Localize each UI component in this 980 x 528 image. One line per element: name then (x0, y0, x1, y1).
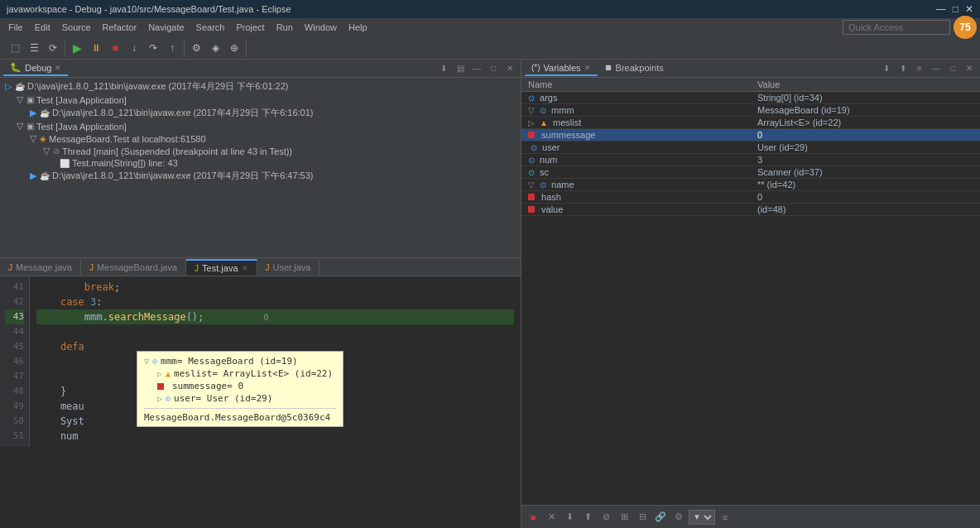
tooltip-arrow-meslist[interactable]: ▷ (157, 369, 162, 378)
ln-51: 51 (5, 429, 24, 444)
menu-window[interactable]: Window (300, 21, 342, 34)
tab-messageboard-java[interactable]: J MessageBoard.java (81, 259, 186, 276)
menu-help[interactable]: Help (343, 21, 372, 34)
debug-btn-step-over[interactable]: ↷ (144, 39, 162, 57)
tooltip-item-summessage[interactable]: summessage= 0 (144, 380, 336, 392)
title-bar: javaworkspace - Debug - java10/src/Messa… (0, 0, 980, 18)
debug-item-test2[interactable]: ▽ ▣ Test [Java Application] (3, 120, 517, 132)
table-row[interactable]: ⊙ num 3 (521, 154, 980, 166)
debug-panel-header: 🐛 Debug ✕ ⬇ ▤ — □ ✕ (0, 60, 521, 78)
editor-content[interactable]: 41 42 43 44 45 46 47 48 49 50 51 break (0, 276, 521, 528)
debug-item-javaw1[interactable]: ▷ ☕ D:\java\jre1.8.0_121\bin\javaw.exe (… (3, 79, 517, 94)
bp-btn-export[interactable]: ⬆ (579, 509, 596, 526)
debug-action-2[interactable]: ▤ (453, 61, 468, 76)
debug-item-javaw2[interactable]: ▶ ☕ D:\java\jre1.8.0_121\bin\javaw.exe (… (3, 106, 517, 120)
minimize-button[interactable]: — (936, 3, 946, 15)
ln-45: 45 (5, 339, 24, 354)
table-row[interactable]: summessage 0 (521, 129, 980, 142)
quick-access-input[interactable] (843, 20, 950, 35)
vars-action-collapse[interactable]: ≡ (912, 61, 927, 76)
line-numbers: 41 42 43 44 45 46 47 48 49 50 51 (0, 276, 30, 447)
tab-variables[interactable]: (*) Variables ✕ (525, 61, 598, 76)
toolbar-btn-1[interactable]: ⬚ (6, 39, 24, 57)
bp-btn-expand[interactable]: ⊞ (616, 509, 632, 526)
tab-breakpoints[interactable]: ⏹ Breakpoints (598, 61, 670, 76)
table-row[interactable]: ▽ ⊙ name ** (id=42) (521, 179, 980, 191)
debug-item-stack[interactable]: ⬜ Test.main(String[]) line: 43 (3, 157, 517, 169)
debug-action-minimize[interactable]: — (469, 61, 484, 76)
tooltip-arrow-mmm[interactable]: ▽ (144, 357, 149, 366)
table-row[interactable]: ⊙ user User (id=29) (521, 142, 980, 154)
code-line-42: case 3: (36, 295, 514, 310)
bp-view-toggle[interactable]: ≡ (717, 509, 733, 526)
vars-action-maximize[interactable]: □ (945, 61, 960, 76)
vars-action-close[interactable]: ✕ (962, 61, 977, 76)
table-row[interactable]: ▷ ▲ meslist ArrayList<E> (id=22) (521, 117, 980, 129)
menu-refactor[interactable]: Refactor (98, 21, 142, 34)
debug-item-thread[interactable]: ▽ ⊘ Thread [main] (Suspended (breakpoint… (3, 145, 517, 157)
menu-file[interactable]: File (3, 21, 28, 34)
bp-btn-skip[interactable]: ⊘ (598, 509, 614, 526)
bp-btn-collapse[interactable]: ⊟ (634, 509, 651, 526)
tooltip-item-user[interactable]: ▷ ⊙ user= User (id=29) (144, 392, 336, 405)
menu-project[interactable]: Project (231, 21, 269, 34)
expand-icon-meslist[interactable]: ▷ (528, 118, 535, 127)
vars-action-2[interactable]: ⬆ (896, 61, 910, 76)
table-row[interactable]: ⊙ args String[0] (id=34) (521, 92, 980, 104)
debug-action-maximize[interactable]: □ (486, 61, 501, 76)
table-row[interactable]: hash 0 (521, 191, 980, 204)
menu-run[interactable]: Run (271, 21, 298, 34)
menu-source[interactable]: Source (57, 21, 96, 34)
tooltip-console-area: MessageBoard.MessageBoard@5c0369c4 (144, 408, 336, 423)
debug-action-1[interactable]: ⬇ (436, 61, 451, 76)
debug-action-close[interactable]: ✕ (502, 61, 517, 76)
debug-item-test1[interactable]: ▽ ▣ Test [Java Application] (3, 94, 517, 106)
menu-search[interactable]: Search (191, 21, 230, 34)
table-row[interactable]: ⊙ sc Scanner (id=37) (521, 166, 980, 179)
tab-debug[interactable]: 🐛 Debug ✕ (3, 60, 68, 76)
toolbar-btn-misc-1[interactable]: ⚙ (187, 39, 205, 57)
vars-action-minimize[interactable]: — (929, 61, 944, 76)
debug-btn-stop[interactable]: ■ (106, 39, 124, 57)
bp-btn-import[interactable]: ⬇ (561, 509, 578, 526)
tab-close-test[interactable]: ✕ (242, 264, 248, 272)
bp-btn-clear[interactable]: ✕ (543, 509, 560, 526)
tooltip-item-mmm[interactable]: ▽ ⊙ mmm= MessageBoard (id=19) (144, 355, 336, 367)
bp-dropdown[interactable]: ▼ (689, 510, 715, 525)
toolbar-btn-2[interactable]: ☰ (25, 39, 43, 57)
toolbar-btn-misc-2[interactable]: ◈ (206, 39, 224, 57)
debug-btn-pause[interactable]: ⏸ (87, 39, 105, 57)
tab-message-java[interactable]: J Message.java (0, 259, 81, 276)
toolbar-btn-misc-3[interactable]: ⊕ (225, 39, 243, 57)
debug-tab-close[interactable]: ✕ (55, 64, 61, 72)
debug-btn-step-into[interactable]: ↓ (125, 39, 143, 57)
debug-btn-step-return[interactable]: ↑ (163, 39, 181, 57)
menu-edit[interactable]: Edit (30, 21, 55, 34)
editor-tabs: J Message.java J MessageBoard.java J Tes… (0, 258, 521, 276)
maximize-button[interactable]: □ (953, 3, 958, 15)
close-button[interactable]: ✕ (965, 3, 973, 15)
table-row[interactable]: ▽ ⊙ mmm MessageBoard (id=19) (521, 104, 980, 117)
bp-btn-link[interactable]: 🔗 (652, 509, 669, 526)
tooltip-item-meslist[interactable]: ▷ ▲ meslist= ArrayList<E> (id=22) (144, 367, 336, 380)
bp-btn-stop[interactable]: ■ (525, 509, 541, 526)
variables-tab-close[interactable]: ✕ (584, 64, 591, 72)
var-name-meslist: ▷ ▲ meslist (521, 117, 751, 129)
bp-btn-settings[interactable]: ⚙ (670, 509, 687, 526)
expand-icon-name[interactable]: ▽ (528, 180, 535, 190)
debug-item-class[interactable]: ▽ ◈ MessageBoard.Test at localhost:61580 (3, 132, 517, 145)
tooltip-arrow-user[interactable]: ▷ (157, 394, 162, 403)
ln-49: 49 (5, 399, 24, 414)
tab-user-java[interactable]: J User.java (257, 259, 320, 276)
debug-item-javaw3[interactable]: ▶ ☕ D:\java\jre1.8.0_121\bin\javaw.exe (… (3, 169, 517, 183)
toolbar-group-misc: ⚙ ◈ ⊕ (185, 39, 247, 57)
menu-navigate[interactable]: Navigate (143, 21, 189, 34)
expand-icon-mmm[interactable]: ▽ (528, 106, 535, 115)
debug-btn-resume[interactable]: ▶ (68, 39, 86, 57)
table-row[interactable]: value (id=48) (521, 204, 980, 216)
vars-action-1[interactable]: ⬇ (879, 61, 894, 76)
tab-test-java[interactable]: J Test.java ✕ (186, 259, 257, 276)
var-value-sc: Scanner (id=37) (751, 166, 980, 179)
var-value-meslist: ArrayList<E> (id=22) (751, 117, 980, 129)
toolbar-btn-3[interactable]: ⟳ (44, 39, 62, 57)
